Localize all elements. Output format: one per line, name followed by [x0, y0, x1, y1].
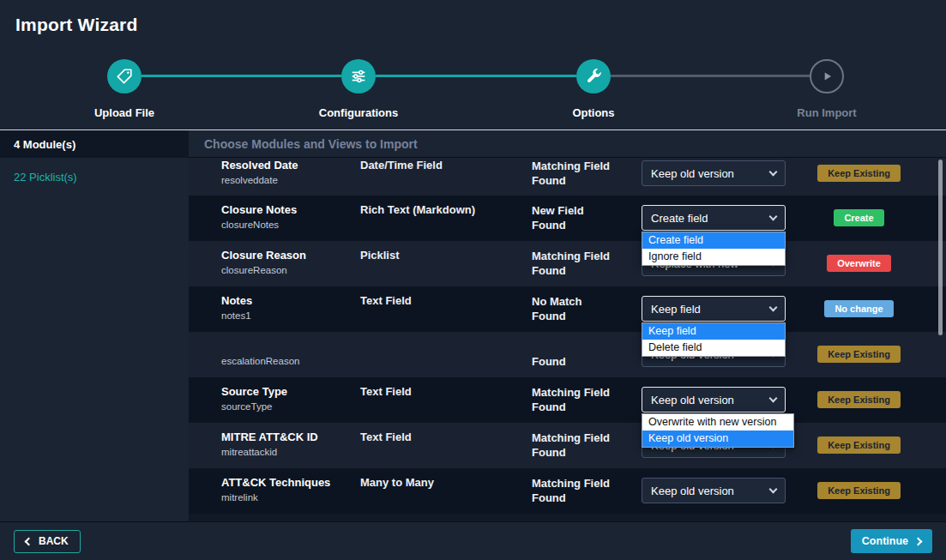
field-name: Closure Reason: [221, 249, 360, 262]
action-badge: No change: [824, 300, 893, 317]
continue-button[interactable]: Continue: [851, 529, 932, 553]
field-id: sourceType: [221, 400, 360, 413]
dropdown-options: Create fieldIgnore field: [642, 232, 786, 266]
action-select[interactable]: Keep old version: [642, 478, 786, 503]
field-id: notes1: [221, 310, 360, 322]
match-status: Matching Field Found: [532, 423, 642, 468]
table-row: escalationReason Found Keep old version …: [189, 332, 946, 377]
select-wrap: Keep old version: [642, 158, 813, 196]
field-type: Text Field: [360, 423, 532, 468]
field-name: Source Type: [221, 385, 360, 399]
scrollbar-thumb[interactable]: [938, 160, 943, 335]
badge-cell: Keep Existing: [813, 468, 946, 514]
field-name: Notes: [221, 294, 360, 308]
step-label-upload-file: Upload File: [39, 106, 210, 119]
field-name-cell: escalationReason: [221, 332, 360, 377]
table-row: Notes notes1 Text Field No Match Found K…: [189, 286, 946, 332]
dropdown-options: Overwrite with new versionKeep old versi…: [642, 413, 794, 448]
field-type: Text Field: [360, 377, 532, 423]
field-name: MITRE ATT&CK ID: [221, 431, 360, 444]
field-name: Resolved Date: [221, 159, 360, 172]
step-label-options: Options: [508, 106, 679, 119]
stepper-connector: [376, 75, 576, 77]
match-status: Matching Field Found: [532, 158, 642, 196]
chevron-down-icon: [769, 485, 778, 493]
field-name-cell: Notes notes1: [221, 286, 360, 332]
action-badge: Keep Existing: [817, 346, 901, 363]
badge-cell: Keep Existing: [813, 332, 946, 377]
field-type: Many to Many: [360, 468, 532, 514]
sliders-icon: [349, 67, 368, 86]
field-name-cell: Closure Reason closureReason: [221, 241, 360, 286]
dropdown-option[interactable]: Overwrite with new version: [642, 414, 793, 431]
play-icon: [817, 67, 836, 86]
field-id: mitrelink: [221, 491, 360, 504]
action-select[interactable]: Keep old version: [642, 387, 786, 412]
step-upload-file[interactable]: [107, 59, 142, 93]
field-name-cell: ATT&CK Techniques mitrelink: [221, 468, 360, 514]
match-status: Matching Field Found: [532, 468, 642, 514]
stepper-connector: [142, 75, 341, 77]
field-type: Date/Time Field: [360, 158, 532, 196]
action-select[interactable]: Keep old version: [642, 160, 786, 186]
sidebar-item-picklists[interactable]: 22 Picklist(s): [0, 171, 189, 184]
continue-button-label: Continue: [862, 535, 908, 547]
select-wrap: Keep field Keep fieldDelete field: [642, 286, 813, 332]
field-type: Picklist: [360, 241, 532, 286]
step-configurations[interactable]: [341, 59, 376, 93]
table-row: Resolved Date resolveddate Date/Time Fie…: [189, 158, 946, 196]
badge-cell: Keep Existing: [813, 158, 946, 196]
select-wrap: Keep old version Overwrite with new vers…: [642, 377, 813, 423]
window-header: Import Wizard: [0, 0, 946, 49]
chevron-down-icon: [769, 212, 778, 220]
sidebar: 4 Module(s) 22 Picklist(s): [0, 130, 189, 521]
footer-bar: BACK Continue: [0, 521, 946, 560]
match-status: No Match Found: [532, 286, 642, 332]
field-name-cell: Source Type sourceType: [221, 377, 360, 423]
chevron-down-icon: [769, 167, 778, 176]
dropdown-option[interactable]: Delete field: [642, 340, 785, 356]
field-id: escalationReason: [221, 355, 360, 368]
badge-cell: Keep Existing: [813, 377, 946, 423]
action-select[interactable]: Keep field: [642, 296, 786, 322]
field-name-cell: Closure Notes closureNotes: [221, 196, 360, 241]
stepper-connector: [611, 75, 810, 77]
match-status: Matching Field Found: [532, 377, 642, 423]
action-badge: Overwrite: [827, 255, 891, 272]
field-name-cell: MITRE ATT&CK ID mitreattackid: [221, 423, 360, 468]
action-select-value: Keep field: [651, 303, 701, 316]
chevron-left-icon: [25, 537, 33, 545]
step-label-run-import: Run Import: [741, 106, 913, 119]
dropdown-option[interactable]: Keep field: [642, 323, 785, 340]
chevron-down-icon: [769, 303, 778, 311]
dropdown-option[interactable]: Keep old version: [642, 431, 793, 447]
field-name: Closure Notes: [221, 203, 360, 217]
step-options[interactable]: [576, 59, 611, 93]
back-button-label: BACK: [39, 535, 69, 547]
badge-cell: Create: [813, 196, 946, 241]
step-run-import: [810, 59, 844, 93]
upload-tag-icon: [115, 67, 134, 86]
action-badge: Create: [834, 209, 883, 226]
action-select[interactable]: Create field: [642, 205, 786, 231]
dropdown-option[interactable]: Ignore field: [642, 249, 785, 265]
table-row: MITRE ATT&CK ID mitreattackid Text Field…: [189, 423, 946, 468]
badge-cell: Keep Existing: [813, 423, 946, 468]
section-heading: Choose Modules and Views to Import: [189, 130, 946, 158]
match-status: Found: [532, 332, 642, 377]
field-name-cell: Resolved Date resolveddate: [221, 158, 360, 196]
field-name: ATT&CK Techniques: [221, 476, 360, 490]
action-badge: Keep Existing: [817, 437, 901, 454]
back-button[interactable]: BACK: [14, 530, 81, 553]
field-id: closureNotes: [221, 219, 360, 232]
badge-cell: Overwrite: [813, 241, 946, 286]
page-title: Import Wizard: [15, 15, 137, 35]
sidebar-item-modules[interactable]: 4 Module(s): [0, 130, 189, 158]
action-select-value: Create field: [651, 212, 708, 225]
dropdown-option[interactable]: Create field: [642, 232, 785, 249]
table-row: Closure Notes closureNotes Rich Text (Ma…: [189, 196, 946, 241]
match-status: Matching Field Found: [532, 241, 642, 286]
main-panel: Choose Modules and Views to Import Resol…: [189, 130, 946, 521]
action-select-value: Keep old version: [651, 167, 734, 180]
field-id: closureReason: [221, 264, 360, 277]
